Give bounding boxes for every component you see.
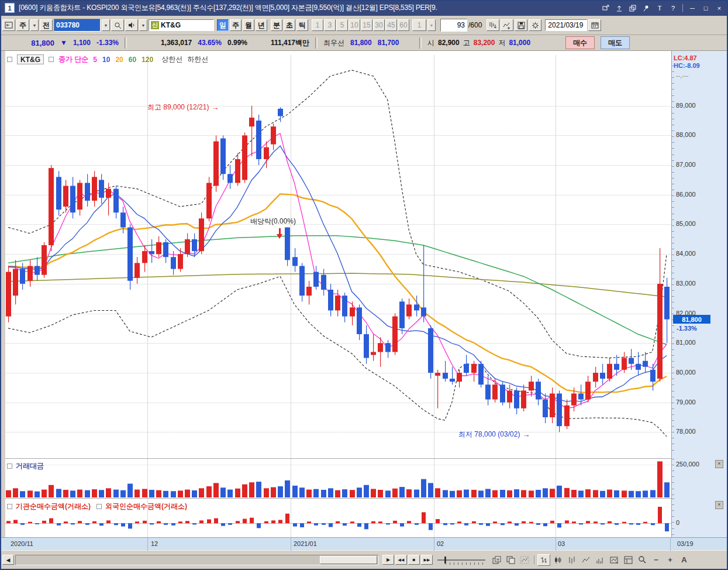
legend-ma-120: 120 — [142, 56, 153, 64]
price-tick-79000: 79,000 — [676, 399, 696, 406]
chart-image-icon[interactable] — [622, 554, 634, 566]
netbuy-panel-close-icon[interactable]: × — [715, 501, 723, 509]
minimize-button[interactable]: ─ — [688, 4, 696, 12]
volume-style-icon[interactable] — [594, 554, 606, 566]
gear-icon[interactable] — [529, 19, 541, 31]
text-tool-icon[interactable]: T — [655, 4, 664, 12]
stop-button[interactable]: ■ — [408, 555, 420, 565]
text-tool-button[interactable]: A — [678, 554, 691, 566]
pin-icon[interactable] — [642, 4, 650, 12]
legend-checkbox[interactable] — [96, 504, 102, 509]
scroll-left-button[interactable]: ◀ — [2, 555, 14, 565]
popup-window-icon[interactable] — [602, 4, 610, 12]
search-icon[interactable] — [111, 19, 124, 31]
duplicate-window-icon[interactable] — [629, 4, 637, 12]
legend-symbol[interactable]: KT&G — [17, 54, 44, 64]
minute-button-5[interactable]: 5 — [336, 19, 348, 31]
legend-checkbox[interactable] — [7, 57, 12, 62]
bar-style-icon[interactable] — [537, 554, 550, 566]
chart-toolbar: 주 ▼ 전 ▼ ▼ 신 KT&G 일주월년분초틱 1351015304560 1… — [0, 16, 728, 35]
legend-checkbox[interactable] — [7, 463, 12, 469]
timeframe-button-6[interactable]: 초 — [284, 19, 295, 31]
always-on-top-icon[interactable] — [615, 4, 623, 12]
best-ask: 81,700 — [378, 39, 399, 47]
magnifier-icon[interactable] — [636, 554, 648, 566]
add-indicator-icon[interactable] — [501, 19, 513, 31]
hc-label: HC:-8.09 — [674, 62, 700, 69]
minute-button-45[interactable]: 45 — [385, 19, 397, 31]
minute-button-1[interactable]: 1 — [312, 19, 323, 31]
timeframe-button-4[interactable]: 년 — [256, 19, 267, 31]
time-axis-divider — [670, 538, 671, 551]
divider — [125, 37, 127, 49]
prev-day-button[interactable]: 전 — [40, 19, 53, 31]
legend-checkbox[interactable] — [7, 504, 12, 509]
minute-button-10[interactable]: 10 — [349, 19, 360, 31]
bottom-control-bar: ◀ ▶ ◀◀ ■ ▶▶ − + A — [0, 550, 728, 569]
chart-window-button[interactable] — [2, 19, 15, 31]
legend-checkbox[interactable] — [49, 57, 54, 62]
timeframe-button-7[interactable]: 틱 — [296, 19, 308, 31]
speaker-dropdown-arrow[interactable]: ▼ — [139, 19, 147, 31]
minute-dropdown-arrow: ▼ — [427, 19, 436, 31]
time-axis[interactable]: 2020/11122021/01020303/19 — [0, 537, 728, 550]
axis-placeholder: --,--- — [676, 72, 688, 79]
scrollbar-thumb[interactable] — [320, 556, 377, 564]
volume-ratio: 43.65% — [198, 39, 222, 47]
minute-button-60[interactable]: 60 — [398, 19, 409, 31]
price-axis[interactable]: LC:4.87 HC:-8.09 --,--- 81,800 -1.33% 25… — [671, 51, 727, 550]
divider — [419, 37, 422, 49]
timeframe-button-2[interactable]: 주 — [230, 19, 241, 31]
date-field[interactable]: 2021/03/19 — [545, 19, 587, 31]
chart-canvas[interactable] — [5, 51, 671, 537]
close-button[interactable]: × — [715, 4, 723, 12]
indicator-settings-icon[interactable] — [608, 554, 620, 566]
volume-panel-close-icon[interactable]: × — [715, 460, 723, 468]
help-icon[interactable]: ? — [669, 4, 677, 12]
save-icon[interactable] — [515, 19, 527, 31]
zoom-out-button[interactable]: − — [650, 554, 663, 566]
minute-button-3[interactable]: 3 — [324, 19, 336, 31]
load-more-data-icon[interactable] — [487, 19, 499, 31]
zoom-in-button[interactable]: + — [664, 554, 677, 566]
price-tick-81000: 81,000 — [676, 339, 696, 346]
open-label: 시 — [427, 38, 434, 48]
minute-button-30[interactable]: 30 — [373, 19, 385, 31]
price-tick-78000: 78,000 — [676, 428, 696, 435]
timeframe-button-5[interactable]: 분 — [271, 19, 282, 31]
candle-style-icon[interactable] — [551, 554, 564, 566]
timeframe-button-1[interactable]: 일 — [217, 19, 229, 31]
calendar-icon[interactable] — [588, 19, 601, 31]
minor-ticks — [672, 66, 674, 452]
timeframe-button-3[interactable]: 월 — [243, 19, 254, 31]
stock-name-field[interactable]: 신 KT&G — [149, 19, 214, 31]
forward-button[interactable]: ▶▶ — [421, 555, 433, 565]
divider — [315, 37, 318, 49]
titlebar-separator — [682, 4, 683, 12]
sell-button[interactable]: 매도 — [601, 36, 630, 49]
minute-select[interactable]: 1 — [412, 19, 426, 31]
play-button[interactable]: ▶ — [382, 555, 394, 565]
dashed-trendline-icon[interactable] — [518, 554, 531, 566]
code-dropdown-arrow[interactable]: ▼ — [102, 19, 110, 31]
bar-count-input[interactable] — [440, 19, 467, 32]
cascade-windows-icon[interactable] — [490, 554, 503, 566]
hlc-style-icon[interactable] — [565, 554, 578, 566]
chart-scrollbar[interactable] — [15, 555, 379, 565]
stock-code-input[interactable] — [54, 19, 101, 32]
minute-button-15[interactable]: 15 — [361, 19, 372, 31]
timeframe-buttons: 일주월년분초틱 — [217, 19, 308, 31]
buy-button[interactable]: 매수 — [565, 36, 595, 49]
speed-slider[interactable] — [437, 555, 485, 565]
time-axis-divider — [556, 538, 556, 551]
maximize-button[interactable]: □ — [702, 4, 710, 12]
volume-group: 1,363,017 43.65% 0.99% — [128, 39, 252, 47]
right-arrow-icon: → — [211, 103, 219, 112]
tile-windows-icon[interactable] — [504, 554, 517, 566]
rewind-button[interactable]: ◀◀ — [395, 555, 407, 565]
legend-ma-periods: 5102060120 — [93, 56, 153, 64]
week-toggle-button[interactable]: 주 — [16, 19, 29, 31]
line-style-icon[interactable] — [579, 554, 592, 566]
speaker-icon[interactable] — [125, 19, 138, 31]
week-dropdown-arrow[interactable]: ▼ — [30, 19, 39, 31]
